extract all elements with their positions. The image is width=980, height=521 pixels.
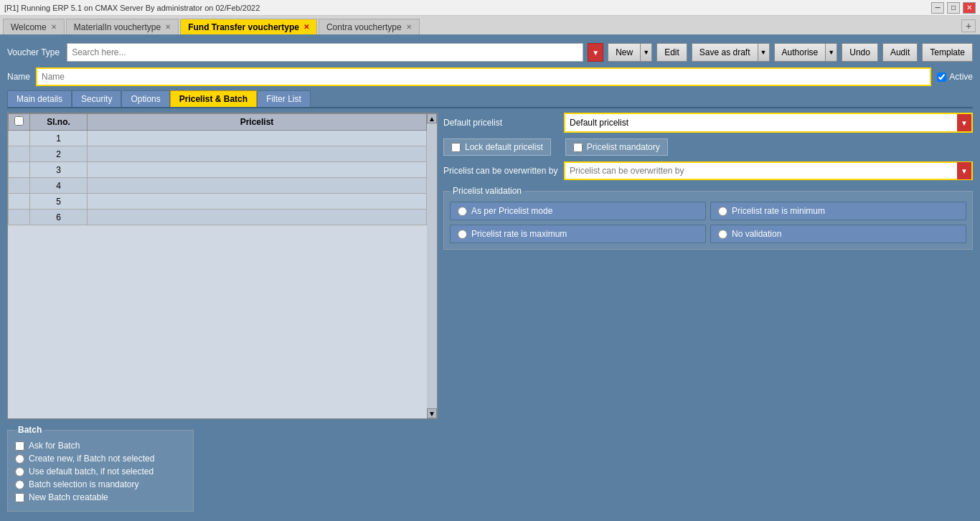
authorise-button-group: Authorise ▼: [774, 43, 838, 62]
sub-tab-bar: Main details Security Options Pricelist …: [7, 90, 973, 108]
tab-main-details[interactable]: Main details: [7, 90, 72, 107]
pricelist-minimum-radio[interactable]: [718, 207, 727, 216]
batch-option-use-default: Use default batch, if not selected: [15, 466, 186, 477]
tab-label: Filter List: [266, 94, 301, 104]
new-batch-creatable-checkbox[interactable]: [15, 493, 24, 502]
name-label: Name: [7, 72, 30, 82]
voucher-type-dropdown-arrow[interactable]: ▼: [588, 43, 603, 62]
validation-grid: As per Pricelist mode Pricelist rate is …: [450, 202, 966, 243]
batch-selection-mandatory-radio[interactable]: [15, 480, 24, 489]
as-per-pricelist-label: As per Pricelist mode: [471, 206, 552, 216]
edit-button[interactable]: Edit: [656, 43, 687, 62]
undo-button[interactable]: Undo: [842, 43, 878, 62]
lock-default-pricelist-item[interactable]: Lock default pricelist: [443, 139, 551, 156]
scroll-down-button[interactable]: ▼: [427, 408, 437, 418]
main-content: Voucher Type ▼ New ▼ Edit Save as draft …: [0, 36, 980, 521]
pricelist-mandatory-checkbox[interactable]: [573, 143, 583, 152]
create-new-batch-radio[interactable]: [15, 454, 24, 464]
content-panels: Sl.no. Pricelist 1: [7, 113, 973, 512]
save-draft-button-group: Save as draft ▼: [692, 43, 770, 62]
batch-selection-mandatory-label: Batch selection is mandatory: [29, 479, 138, 489]
title-bar: [R1] Running ERP 5.1 on CMAX Server By a…: [0, 0, 980, 16]
pricelist-mandatory-label: Pricelist mandatory: [587, 142, 660, 152]
minimize-button[interactable]: ─: [931, 2, 944, 14]
new-dropdown-arrow[interactable]: ▼: [641, 43, 652, 62]
tab-options[interactable]: Options: [121, 90, 169, 107]
audit-button[interactable]: Audit: [882, 43, 918, 62]
tab-label: Main details: [17, 94, 62, 104]
table-row: 4: [9, 178, 427, 194]
active-checkbox-area: Active: [937, 72, 973, 82]
scroll-up-button[interactable]: ▲: [427, 113, 437, 123]
pricelist-table: Sl.no. Pricelist 1: [8, 113, 427, 225]
tab-label: Security: [81, 94, 112, 104]
tab-close-contra[interactable]: ✕: [406, 23, 412, 31]
active-label: Active: [949, 72, 973, 82]
new-batch-creatable-label: New Batch creatable: [29, 492, 108, 502]
batch-legend: Batch: [15, 425, 44, 435]
pricelist-maximum-radio[interactable]: [458, 230, 467, 239]
validation-fieldset: Pricelist validation As per Pricelist mo…: [443, 186, 973, 250]
ask-for-batch-checkbox[interactable]: [15, 441, 24, 451]
pricelist-table-scroll[interactable]: Sl.no. Pricelist 1: [8, 113, 427, 418]
tab-pricelist-batch[interactable]: Pricelist & Batch: [170, 90, 257, 107]
tab-filter-list[interactable]: Filter List: [257, 90, 311, 107]
pricelist-overwrite-input[interactable]: [565, 162, 957, 179]
name-input[interactable]: [36, 67, 931, 86]
no-validation-radio[interactable]: [718, 230, 727, 239]
tab-security[interactable]: Security: [72, 90, 121, 107]
tab-welcome[interactable]: Welcome ✕: [3, 19, 65, 34]
default-pricelist-input[interactable]: [565, 114, 957, 131]
authorise-button[interactable]: Authorise: [774, 43, 826, 62]
select-all-checkbox[interactable]: [14, 116, 24, 126]
tab-label: MaterialIn vouchertype: [74, 22, 161, 32]
new-button[interactable]: New: [608, 43, 641, 62]
table-row: 5: [9, 194, 427, 210]
scroll-track: [427, 123, 437, 408]
table-row: 1: [9, 131, 427, 146]
default-pricelist-row: Default pricelist ▼: [443, 113, 973, 133]
default-pricelist-select-wrapper: ▼: [564, 113, 973, 133]
pricelist-overwrite-dropdown-arrow[interactable]: ▼: [957, 162, 971, 179]
tab-close-materialin[interactable]: ✕: [165, 23, 171, 31]
tab-materialin[interactable]: MaterialIn vouchertype ✕: [66, 19, 179, 34]
maximize-button[interactable]: □: [947, 2, 960, 14]
checkboxes-row: Lock default pricelist Pricelist mandato…: [443, 139, 973, 156]
name-row: Name Active: [7, 67, 973, 86]
batch-fieldset: Batch Ask for Batch Create new, if Batch…: [7, 425, 194, 512]
pricelist-mandatory-item[interactable]: Pricelist mandatory: [565, 139, 668, 156]
batch-option-create-new: Create new, if Batch not selected: [15, 454, 186, 464]
authorise-dropdown-arrow[interactable]: ▼: [826, 43, 837, 62]
tab-label: Pricelist & Batch: [179, 94, 248, 104]
pricelist-minimum-label: Pricelist rate is minimum: [732, 206, 825, 216]
tab-bar: Welcome ✕ MaterialIn vouchertype ✕ Fund …: [0, 16, 980, 36]
search-input[interactable]: [67, 43, 583, 62]
save-as-draft-button[interactable]: Save as draft: [692, 43, 758, 62]
tab-close-welcome[interactable]: ✕: [51, 23, 57, 31]
as-per-pricelist-radio[interactable]: [458, 207, 467, 216]
save-draft-dropdown-arrow[interactable]: ▼: [758, 43, 770, 62]
tab-label: Contra vouchertype: [326, 22, 402, 32]
col-header-checkbox: [9, 114, 30, 131]
window-controls: ─ □ ✕: [931, 2, 976, 14]
col-header-pricelist: Pricelist: [88, 114, 427, 131]
tab-close-fundtransfer[interactable]: ✕: [303, 23, 309, 31]
batch-section: Batch Ask for Batch Create new, if Batch…: [7, 425, 438, 512]
tab-contra[interactable]: Contra vouchertype ✕: [319, 19, 420, 34]
validation-legend: Pricelist validation: [450, 186, 524, 196]
validation-option-minimum: Pricelist rate is minimum: [710, 202, 966, 220]
pricelist-maximum-label: Pricelist rate is maximum: [471, 229, 567, 239]
default-pricelist-dropdown-arrow[interactable]: ▼: [957, 114, 971, 131]
tab-fundtransfer[interactable]: Fund Transfer vouchertype ✕: [180, 19, 317, 34]
close-button[interactable]: ✕: [963, 2, 976, 14]
pricelist-overwrite-row: Pricelist can be overwritten by ▼: [443, 161, 973, 180]
tab-label: Fund Transfer vouchertype: [188, 22, 299, 32]
active-checkbox[interactable]: [937, 72, 946, 82]
right-panel: Default pricelist ▼ Lock default priceli…: [443, 113, 973, 512]
table-row: 3: [9, 162, 427, 178]
add-tab-button[interactable]: +: [961, 19, 976, 32]
template-button[interactable]: Template: [922, 43, 973, 62]
lock-default-pricelist-checkbox[interactable]: [451, 143, 461, 152]
create-new-batch-label: Create new, if Batch not selected: [29, 454, 154, 464]
use-default-batch-radio[interactable]: [15, 467, 24, 477]
